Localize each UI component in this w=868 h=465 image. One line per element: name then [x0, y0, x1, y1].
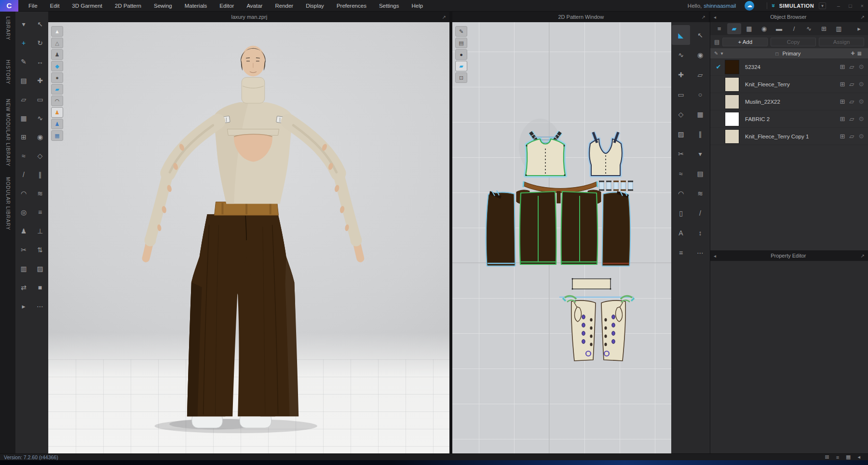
grainline-tool-icon[interactable]: ↕: [691, 223, 709, 243]
measure-tool-icon[interactable]: ≡: [32, 203, 48, 221]
fabric-name[interactable]: FABRIC 2: [739, 116, 840, 122]
fabric-name[interactable]: Knit_Fleece_Terry: [739, 82, 840, 87]
shirt-back-tool-icon[interactable]: ▨: [32, 259, 48, 278]
close-button[interactable]: ×: [856, 3, 868, 9]
layout-grid-icon[interactable]: ▦: [846, 454, 851, 460]
maximize-button[interactable]: □: [844, 3, 856, 9]
menu-sewing[interactable]: Sewing: [148, 3, 178, 9]
circle-tool-icon[interactable]: ○: [691, 84, 709, 104]
edit-sewing-tool-icon[interactable]: ∿: [32, 109, 48, 127]
fabric-sheet-icon[interactable]: ▱: [849, 63, 854, 70]
simulation-icon[interactable]: »: [771, 4, 778, 7]
fabric-row[interactable]: FABRIC 2 ⊞▱⚙: [710, 110, 868, 128]
tab-history[interactable]: HISTORY: [5, 60, 11, 84]
internal-rectangle-tool-icon[interactable]: ▦: [691, 104, 709, 124]
fabric-row[interactable]: Knit_Fleece_Terry ⊞▱⚙: [710, 76, 868, 93]
avatar-display-mode-icon[interactable]: ♟: [51, 107, 63, 118]
add-point-tool-icon[interactable]: ✚: [672, 65, 690, 84]
graphic-tab-icon[interactable]: ▦: [742, 23, 756, 34]
fabric-sheet-icon[interactable]: ▱: [849, 81, 854, 88]
fabric-name[interactable]: Knit_Fleece_Terry Copy 1: [739, 134, 840, 139]
steam-tool-icon[interactable]: ≋: [32, 184, 48, 203]
fabric-tab-icon[interactable]: ▰: [727, 23, 741, 34]
minimize-button[interactable]: –: [833, 3, 844, 9]
fabric-swatch[interactable]: [725, 112, 739, 126]
pin-box-tool-icon[interactable]: ⊞: [16, 127, 31, 146]
move-gizmo-tool-icon[interactable]: ↖: [32, 14, 48, 33]
grading-tool-icon[interactable]: ≈: [672, 164, 690, 183]
edit-pattern-tool-icon[interactable]: ↖: [691, 25, 709, 45]
tab-library[interactable]: LIBRARY: [5, 16, 11, 41]
fold-arrangement-tool-icon[interactable]: ▱: [16, 90, 31, 109]
more-2d-tools-icon[interactable]: ⋯: [691, 243, 709, 262]
fabric-swatch[interactable]: [725, 95, 739, 109]
assign-fabric-button[interactable]: Assign: [819, 38, 864, 46]
fabric-name[interactable]: 52324: [739, 64, 840, 70]
viewport-3d-canvas[interactable]: ▲△♟◆●▰◠♟♟▦: [48, 22, 449, 453]
topstitch-tab-icon[interactable]: ∿: [802, 23, 816, 34]
app-logo[interactable]: C: [0, 0, 18, 12]
layout-windows-icon[interactable]: ⊞: [825, 454, 829, 460]
group-label[interactable]: Primary: [782, 51, 800, 56]
notch-tool-icon[interactable]: ▾: [691, 144, 709, 164]
expand-property-editor-icon[interactable]: ↗: [857, 253, 868, 259]
puckering-tab-icon[interactable]: ⊞: [817, 23, 831, 34]
buttonhole-tab-icon[interactable]: ▬: [772, 23, 786, 34]
fabric-row[interactable]: ✔ 52324 ⊞▱⚙: [710, 58, 868, 76]
colorway-view-icon[interactable]: ●: [455, 49, 467, 60]
fabric-settings-icon[interactable]: ⚙: [858, 133, 864, 140]
add-colorway-icon[interactable]: ✚: [851, 51, 854, 56]
overflow-tools-icon[interactable]: ⋯: [32, 297, 48, 315]
pleats-tool-icon[interactable]: ≋: [691, 183, 709, 203]
add-colorway-box-icon[interactable]: ⊞: [840, 133, 845, 140]
seam-allowance-tool-icon[interactable]: ∥: [691, 124, 709, 144]
show-pattern-outline-icon[interactable]: △: [51, 38, 63, 48]
folder-icon[interactable]: ▤: [714, 39, 719, 45]
solid-tool-icon[interactable]: ■: [32, 278, 48, 297]
detail-tool-icon[interactable]: ◇: [32, 146, 48, 165]
pen-3d-tool-icon[interactable]: ✎: [16, 52, 31, 71]
add-colorway-box-icon[interactable]: ⊞: [840, 98, 845, 105]
menu-display[interactable]: Display: [299, 3, 330, 9]
binding-tool-icon[interactable]: ▯: [672, 203, 690, 223]
pose-tool-icon[interactable]: ⇅: [32, 240, 48, 259]
segment-sewing-tool-icon[interactable]: ≈: [16, 146, 31, 165]
menu-avatar[interactable]: Avatar: [240, 3, 269, 9]
add-colorway-box-icon[interactable]: ⊞: [840, 81, 845, 88]
frame-view-tool-icon[interactable]: +: [16, 33, 31, 52]
avatar-3d[interactable]: [48, 22, 449, 453]
show-arrangement-points-icon[interactable]: ◆: [51, 61, 63, 71]
lock-pattern-icon[interactable]: ⊡: [455, 72, 467, 83]
text-tool-icon[interactable]: A: [672, 223, 690, 243]
add-fabric-button[interactable]: + Add: [722, 38, 768, 46]
menu-render[interactable]: Render: [269, 3, 299, 9]
flatten-tool-icon[interactable]: ▭: [32, 90, 48, 109]
simulation-dropdown-icon[interactable]: ▾: [819, 2, 826, 9]
fabric-swatch[interactable]: [725, 129, 739, 144]
zipper-tool-icon[interactable]: ∥: [32, 165, 48, 184]
username[interactable]: shinnaasmail: [704, 3, 736, 9]
pan-view-tool-icon[interactable]: ↔: [32, 52, 48, 71]
pattern-shirt-tool-icon[interactable]: ▤: [691, 164, 709, 183]
fabric-settings-icon[interactable]: ⚙: [858, 115, 864, 123]
show-pattern-2d-icon[interactable]: ▰: [455, 61, 467, 71]
zipper-tab-icon[interactable]: /: [787, 23, 801, 34]
polygon-tool-icon[interactable]: ▱: [691, 65, 709, 84]
fabric-row[interactable]: Knit_Fleece_Terry Copy 1 ⊞▱⚙: [710, 128, 868, 145]
scissors-tool-icon[interactable]: ✂: [16, 240, 31, 259]
menu-settings[interactable]: Settings: [373, 3, 406, 9]
show-garment-2d-icon[interactable]: ▤: [455, 38, 467, 48]
edit-group-icon[interactable]: ✎: [714, 51, 718, 56]
edit-curve-point-tool-icon[interactable]: ◉: [691, 45, 709, 65]
menu-help[interactable]: Help: [405, 3, 429, 9]
group-caret-icon[interactable]: ▾: [720, 51, 723, 56]
fabric-row[interactable]: Muslin_22X22 ⊞▱⚙: [710, 93, 868, 110]
select-tool-icon[interactable]: ▾: [16, 14, 31, 33]
button-tab-icon[interactable]: ◉: [757, 23, 771, 34]
colorway-tool-icon[interactable]: ◎: [16, 203, 31, 221]
lasso-tool-icon[interactable]: ◠: [672, 183, 690, 203]
avatar-tape-tool-icon[interactable]: ♟: [16, 221, 31, 240]
group-folder-icon[interactable]: ▦: [857, 51, 862, 56]
panel-collapse-icon[interactable]: ◂: [857, 454, 860, 460]
menu-3d-garment[interactable]: 3D Garment: [66, 3, 108, 9]
